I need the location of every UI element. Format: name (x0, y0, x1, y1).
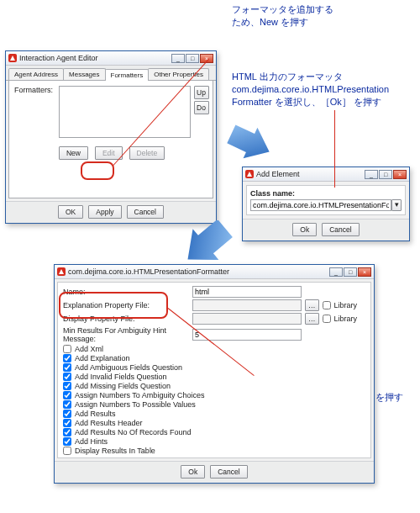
tab-messages[interactable]: Messages (63, 68, 105, 80)
checkbox-add-results[interactable]: Add Results (63, 410, 365, 418)
checkbox-list: Add XmlAdd ExplanationAdd Ambiguous Fiel… (63, 345, 365, 455)
name-input[interactable] (192, 286, 302, 298)
checkbox-label: Add Invalid Fields Question (75, 373, 167, 381)
epf-input[interactable] (192, 299, 302, 311)
name-label: Name: (63, 288, 189, 296)
window-add-element: Add Element _ □ × Class name: ▾ Ok Cance… (242, 167, 410, 241)
titlebar[interactable]: com.dejima.core.io.HTMLPresentationForma… (55, 265, 374, 279)
svg-marker-1 (178, 220, 238, 271)
class-name-label: Class name: (250, 189, 402, 198)
footer-row: Ok Cancel (55, 461, 374, 483)
checkbox-add-explanation[interactable]: Add Explanation (63, 354, 365, 362)
checkbox-add-xml[interactable]: Add Xml (63, 345, 365, 353)
class-name-input[interactable] (250, 199, 391, 211)
ok-button[interactable]: OK (58, 205, 83, 219)
minimize-button[interactable]: _ (329, 267, 343, 277)
close-button[interactable]: × (358, 267, 371, 277)
checkbox-add-results-no-of-records-found[interactable]: Add Results No Of Records Found (63, 428, 365, 436)
cancel-button[interactable]: Cancel (127, 205, 164, 219)
ok-button[interactable]: Ok (292, 223, 317, 236)
tab-row: Agent Address Messages Formatters Other … (6, 66, 216, 81)
apply-button[interactable]: Apply (88, 205, 121, 219)
epf-label: Explanation Property File: (63, 301, 189, 309)
delete-button[interactable]: Delete (129, 146, 165, 160)
tab-other-properties[interactable]: Other Properties (148, 68, 209, 80)
close-button[interactable]: × (393, 170, 407, 179)
checkbox-add-missing-fields-question[interactable]: Add Missing Fields Question (63, 382, 365, 390)
maximize-button[interactable]: □ (379, 170, 392, 179)
checkbox-assign-numbers-to-possible-values[interactable]: Assign Numbers To Possible Values (63, 400, 365, 409)
tab-agent-address[interactable]: Agent Address (8, 68, 64, 80)
checkbox-add-results-header[interactable]: Add Results Header (63, 419, 365, 427)
app-icon (245, 170, 254, 178)
checkbox-label: Add Results (75, 410, 116, 418)
window-title: com.dejima.core.io.HTMLPresentationForma… (68, 267, 327, 276)
checkbox-label: Add Results No Of Records Found (75, 428, 192, 436)
dpf-input[interactable] (192, 313, 302, 325)
new-button[interactable]: New (59, 146, 88, 160)
checkbox-label: Display Results In Table (75, 447, 155, 455)
window-title: Add Element (256, 170, 362, 178)
formatters-list[interactable] (59, 86, 191, 138)
cancel-button[interactable]: Cancel (210, 465, 247, 479)
app-icon (8, 54, 17, 62)
min-label: Min Results For Ambiguity Hint Message: (63, 326, 189, 343)
annot-top: フォーマッタを追加する ため、New を押す (232, 3, 333, 29)
formatters-label: Formatters: (14, 86, 55, 94)
dpf-browse[interactable]: … (305, 313, 319, 325)
checkbox-add-hints[interactable]: Add Hints (63, 437, 365, 446)
ok-button[interactable]: Ok (181, 465, 205, 479)
epf-library[interactable]: Library (323, 301, 358, 309)
arrow-2 (178, 220, 239, 271)
maximize-button[interactable]: □ (344, 267, 357, 277)
leader-mid (334, 110, 335, 188)
checkbox-assign-numbers-to-ambiguity-choices[interactable]: Assign Numbers To Ambiguity Choices (63, 391, 365, 399)
minimize-button[interactable]: _ (171, 54, 185, 63)
window-title: Interaction Agent Editor (19, 54, 169, 62)
maximize-button[interactable]: □ (186, 54, 199, 63)
checkbox-add-ambiguous-fields-question[interactable]: Add Ambiguous Fields Question (63, 363, 365, 372)
cancel-button[interactable]: Cancel (322, 223, 359, 236)
dpf-label: Display Property File: (63, 315, 189, 323)
dropdown-icon[interactable]: ▾ (391, 199, 402, 211)
checkbox-label: Assign Numbers To Possible Values (75, 400, 196, 409)
window-interaction-editor: Interaction Agent Editor _ □ × Agent Add… (5, 50, 217, 224)
titlebar[interactable]: Add Element _ □ × (243, 167, 409, 182)
window-html-formatter: com.dejima.core.io.HTMLPresentationForma… (54, 264, 375, 484)
arrow-1 (225, 124, 276, 167)
epf-browse[interactable]: … (305, 299, 319, 311)
tab-formatters[interactable]: Formatters (105, 69, 150, 81)
up-button[interactable]: Up (194, 86, 209, 99)
checkbox-label: Add Xml (75, 345, 103, 353)
footer-row: Ok Cancel (243, 219, 409, 241)
checkbox-label: Add Missing Fields Question (75, 382, 171, 390)
checkbox-label: Add Ambiguous Fields Question (75, 363, 182, 372)
checkbox-label: Add Results Header (75, 419, 143, 427)
checkbox-label: Add Hints (75, 437, 108, 446)
down-button[interactable]: Do (194, 101, 209, 114)
app-icon (57, 267, 66, 276)
checkbox-label: Add Explanation (75, 354, 130, 362)
checkbox-display-results-in-table[interactable]: Display Results In Table (63, 447, 365, 455)
svg-marker-0 (225, 124, 276, 167)
checkbox-add-invalid-fields-question[interactable]: Add Invalid Fields Question (63, 373, 365, 381)
dpf-library[interactable]: Library (323, 315, 358, 323)
minimize-button[interactable]: _ (365, 170, 378, 179)
annot-mid: HTML 出力のフォーマッタ com.dejima.core.io.HTMLPr… (232, 71, 389, 108)
titlebar[interactable]: Interaction Agent Editor _ □ × (6, 51, 216, 66)
checkbox-label: Assign Numbers To Ambiguity Choices (75, 391, 204, 399)
